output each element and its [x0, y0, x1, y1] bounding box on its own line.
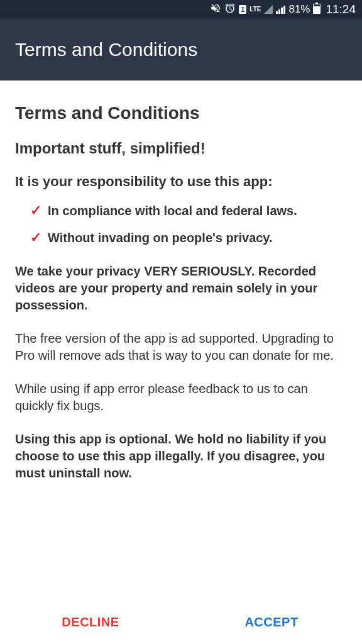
list-item-text: In compliance with local and federal law…	[48, 204, 297, 218]
clock-time: 11:24	[326, 3, 356, 16]
page-title: Terms and Conditions	[15, 103, 347, 123]
checkmark-icon: ✓	[30, 204, 41, 218]
checkmark-icon: ✓	[30, 231, 41, 245]
responsibility-list: ✓ In compliance with local and federal l…	[15, 204, 347, 245]
signal-bars-icon	[276, 5, 285, 14]
list-item: ✓ In compliance with local and federal l…	[30, 204, 347, 218]
accept-button[interactable]: ACCEPT	[181, 600, 362, 644]
terms-content: Terms and Conditions Important stuff, si…	[0, 80, 362, 482]
feedback-note: While using if app error please feedback…	[15, 380, 347, 414]
list-item: ✓ Without invading on people's privacy.	[30, 231, 347, 245]
svg-rect-2	[314, 4, 320, 6]
subtitle: Important stuff, simplified!	[15, 140, 347, 157]
svg-rect-0	[315, 3, 318, 4]
decline-button[interactable]: DECLINE	[0, 600, 181, 644]
responsibility-heading: It is your responsibility to use this ap…	[15, 174, 347, 190]
status-bar: 1 LTE 81% 11:24	[0, 0, 362, 19]
alarm-icon	[224, 3, 236, 17]
list-item-text: Without invading on people's privacy.	[48, 231, 273, 245]
mute-icon	[210, 3, 221, 17]
battery-icon	[313, 3, 321, 17]
liability-statement: Using this app is optional. We hold no l…	[15, 431, 347, 482]
sim-icon: 1	[239, 5, 246, 14]
lte-label: LTE	[250, 6, 261, 13]
app-bar: Terms and Conditions	[0, 19, 362, 80]
privacy-statement: We take your privacy VERY SERIOUSLY. Rec…	[15, 263, 347, 314]
signal-triangle-icon	[264, 5, 273, 14]
button-bar: DECLINE ACCEPT	[0, 600, 362, 644]
app-bar-title: Terms and Conditions	[15, 39, 197, 60]
free-version-note: The free version of the app is ad suppor…	[15, 330, 347, 364]
battery-percent: 81%	[288, 3, 310, 16]
